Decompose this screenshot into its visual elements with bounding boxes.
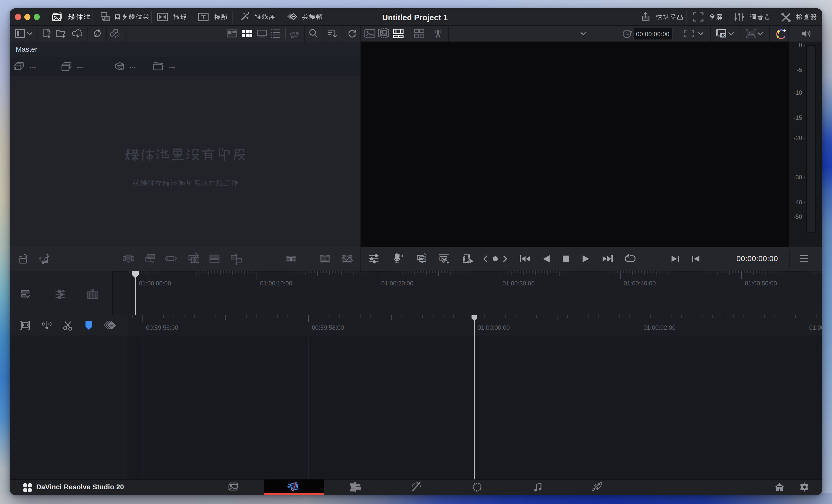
svg-text:POI: POI (420, 258, 425, 261)
svg-text:POI: POI (441, 257, 446, 261)
svg-text:HQ: HQ (721, 33, 726, 37)
